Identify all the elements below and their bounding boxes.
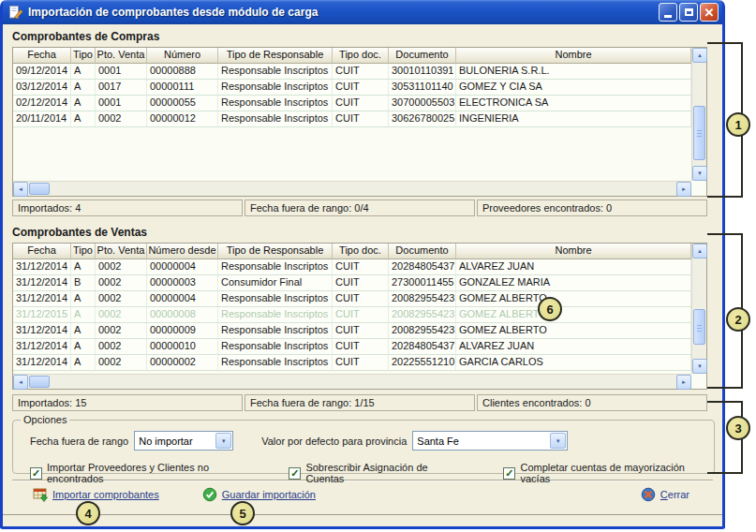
fecha-fuera-de-rango-label: Fecha fuera de rango xyxy=(30,436,128,447)
column-header[interactable]: Tipo de Responsable xyxy=(218,244,333,259)
column-header[interactable]: Tipo xyxy=(71,244,96,259)
column-header[interactable]: Número desde xyxy=(147,244,218,259)
scroll-right-icon[interactable]: ► xyxy=(676,182,691,197)
scroll-up-icon[interactable]: ▲ xyxy=(692,244,707,259)
column-header[interactable]: Tipo doc. xyxy=(333,244,389,259)
minimize-button[interactable] xyxy=(659,3,677,22)
column-header[interactable]: Nombre xyxy=(456,48,691,64)
scroll-down-icon[interactable]: ▼ xyxy=(692,359,707,374)
column-header[interactable]: Fecha xyxy=(13,48,71,64)
completar-cuentas-checkbox[interactable]: ✓ Completar cuentas de mayorización vací… xyxy=(503,462,714,484)
table-cell: A xyxy=(71,111,96,126)
compras-table: FechaTipoPto. VentaNúmeroTipo de Respons… xyxy=(12,47,707,197)
titlebar[interactable]: Importación de comprobantes desde módulo… xyxy=(3,0,722,24)
table-cell: 30010110391 xyxy=(389,64,456,79)
vertical-scroll-thumb[interactable] xyxy=(693,309,705,345)
table-cell: ELECTRONICA SA xyxy=(456,96,691,111)
ventas-importados-status: Importados: 15 xyxy=(12,394,243,411)
scroll-up-icon[interactable]: ▲ xyxy=(692,48,707,63)
column-header[interactable]: Documento xyxy=(389,244,456,259)
cerrar-button[interactable]: Cerrar xyxy=(641,487,689,502)
table-cell: 30626780025 xyxy=(389,111,456,126)
table-row[interactable]: 31/12/2014A000200000002Responsable Inscr… xyxy=(13,355,691,371)
table-row[interactable]: 09/12/2014A000100000888Responsable Inscr… xyxy=(13,64,691,80)
ventas-header-row: FechaTipoPto. VentaNúmero desdeTipo de R… xyxy=(13,244,691,259)
column-header[interactable]: Tipo doc. xyxy=(333,48,389,64)
table-row[interactable]: 02/12/2014A000100000055Responsable Inscr… xyxy=(13,96,691,111)
table-cell: 00000003 xyxy=(147,275,218,290)
table-cell: CUIT xyxy=(333,323,389,338)
ventas-table: FechaTipoPto. VentaNúmero desdeTipo de R… xyxy=(12,243,707,390)
table-cell: A xyxy=(71,323,96,338)
table-cell: 20/11/2014 xyxy=(13,111,71,126)
table-cell: 09/12/2014 xyxy=(13,64,71,79)
fecha-fuera-de-rango-value: No importar xyxy=(135,436,215,447)
guardar-importacion-button[interactable]: Guardar importación xyxy=(202,487,316,502)
table-cell: GOMEZ ALBERTO xyxy=(456,307,691,322)
table-row[interactable]: 31/12/2014A000200000010Responsable Inscr… xyxy=(13,339,691,355)
table-cell: CUIT xyxy=(333,111,389,126)
scroll-right-icon[interactable]: ► xyxy=(676,375,691,390)
table-cell: 0002 xyxy=(96,275,147,290)
horizontal-scroll-thumb[interactable] xyxy=(29,183,50,195)
column-header[interactable]: Pto. Venta xyxy=(96,48,147,64)
importar-proveedores-checkbox[interactable]: ✓ Importar Proveedores y Clientes no enc… xyxy=(30,462,264,484)
table-cell: 20082955423 xyxy=(389,323,456,338)
ventas-horizontal-scrollbar[interactable]: ◄ ► xyxy=(13,374,691,389)
vertical-scroll-thumb[interactable] xyxy=(693,106,705,160)
table-row[interactable]: 31/12/2014B000200000003Consumidor FinalC… xyxy=(13,275,691,291)
cerrar-label: Cerrar xyxy=(660,489,689,500)
column-header[interactable]: Número xyxy=(147,48,218,64)
opciones-legend: Opciones xyxy=(21,414,69,425)
table-cell: CUIT xyxy=(333,259,389,274)
close-button[interactable]: ✕ xyxy=(700,3,719,22)
table-cell: Responsable Inscriptos xyxy=(218,80,333,95)
compras-importados-status: Importados: 4 xyxy=(12,200,243,216)
compras-status-bar: Importados: 4 Fecha fuera de rango: 0/4 … xyxy=(12,200,707,216)
table-cell: 00000002 xyxy=(147,355,218,370)
table-cell: 03/12/2014 xyxy=(13,80,71,95)
table-cell: 0017 xyxy=(96,80,147,95)
table-cell: A xyxy=(71,80,96,95)
check-circle-icon xyxy=(202,487,217,502)
bottom-status-strip xyxy=(3,514,722,526)
column-header[interactable]: Fecha xyxy=(13,244,71,259)
table-cell: A xyxy=(71,291,96,306)
importar-comprobantes-label: Importar comprobantes xyxy=(52,489,159,500)
table-cell: 31/12/2014 xyxy=(13,291,71,306)
compras-vertical-scrollbar[interactable]: ▲ ▼ xyxy=(691,48,706,181)
horizontal-scroll-thumb[interactable] xyxy=(29,376,50,388)
table-row[interactable]: 31/12/2014A000200000004Responsable Inscr… xyxy=(13,291,691,307)
column-header[interactable]: Documento xyxy=(389,48,456,64)
table-row[interactable]: 20/11/2014A000200000012Responsable Inscr… xyxy=(13,111,691,127)
column-header[interactable]: Nombre xyxy=(456,244,691,259)
provincia-select[interactable]: Santa Fe ▼ xyxy=(412,431,568,451)
column-header[interactable]: Tipo xyxy=(71,48,96,64)
table-cell: 27300011455 xyxy=(389,275,456,290)
table-cell: CUIT xyxy=(333,339,389,354)
table-cell: BULONERIA S.R.L. xyxy=(456,64,691,79)
checkbox-label: Sobrescribir Asignación de Cuentas xyxy=(305,462,466,484)
scroll-left-icon[interactable]: ◄ xyxy=(13,375,28,390)
scroll-down-icon[interactable]: ▼ xyxy=(692,166,707,181)
table-cell: A xyxy=(71,355,96,370)
fecha-fuera-de-rango-select[interactable]: No importar ▼ xyxy=(134,431,233,451)
maximize-button[interactable] xyxy=(679,3,698,22)
compras-horizontal-scrollbar[interactable]: ◄ ► xyxy=(13,181,691,196)
scroll-left-icon[interactable]: ◄ xyxy=(13,182,28,197)
column-header[interactable]: Tipo de Responsable xyxy=(218,48,333,64)
ventas-vertical-scrollbar[interactable]: ▲ ▼ xyxy=(691,244,706,374)
table-row[interactable]: 31/12/2014A000200000009Responsable Inscr… xyxy=(13,323,691,339)
table-cell: INGENIERIA xyxy=(456,111,691,126)
table-row[interactable]: 03/12/2014A001700000111Responsable Inscr… xyxy=(13,80,691,96)
sobrescribir-asignacion-checkbox[interactable]: ✓ Sobrescribir Asignación de Cuentas xyxy=(289,462,466,484)
table-row[interactable]: 31/12/2015A000200000008Responsable Inscr… xyxy=(13,307,691,323)
app-window: Importación de comprobantes desde módulo… xyxy=(0,0,725,529)
table-row[interactable]: 31/12/2014A000200000004Responsable Inscr… xyxy=(13,259,691,275)
table-cell: Responsable Inscriptos xyxy=(218,111,333,126)
table-cell: 00000010 xyxy=(147,339,218,354)
callout-number: 4 xyxy=(84,507,91,521)
table-cell: Responsable Inscriptos xyxy=(218,323,333,338)
column-header[interactable]: Pto. Venta xyxy=(96,244,147,259)
importar-comprobantes-button[interactable]: Importar comprobantes xyxy=(33,487,159,502)
